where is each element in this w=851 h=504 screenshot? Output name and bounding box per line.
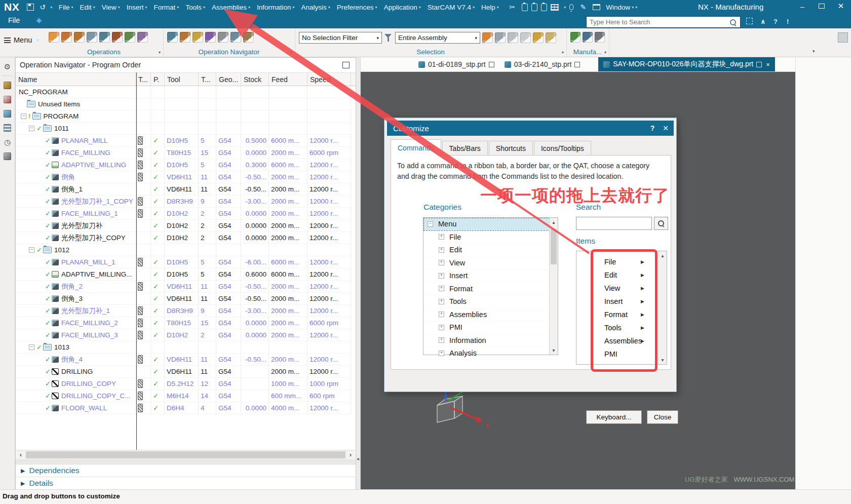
expand-icon[interactable]: +: [439, 234, 444, 240]
restore-button[interactable]: [815, 1, 829, 12]
menu-application[interactable]: Application▾: [380, 4, 424, 11]
chevron-down-icon[interactable]: ▾: [562, 50, 564, 55]
new-window-icon[interactable]: [574, 62, 580, 67]
tab-shortcuts[interactable]: Shortcuts: [489, 141, 533, 156]
table-row[interactable]: ✓倒角_4✓VD6H1111G54-0.50...2000 m...12000 …: [16, 354, 356, 366]
part-tab-1[interactable]: 03-di-2140_stp.prt: [499, 57, 586, 71]
menu-insert[interactable]: Insert▾: [123, 4, 150, 11]
category-pmi[interactable]: +PMI: [423, 321, 558, 334]
paste-icon[interactable]: [531, 4, 537, 11]
shaded-box-icon[interactable]: [520, 32, 531, 43]
dependencies-section[interactable]: ▶ Dependencies: [16, 464, 356, 477]
tab-commands[interactable]: Commands: [391, 139, 441, 156]
column-header-name[interactable]: Name: [16, 73, 136, 86]
category-assemblies[interactable]: +Assemblies: [423, 308, 558, 322]
category-view[interactable]: +View: [423, 257, 558, 270]
touch-mode-icon[interactable]: ✎: [578, 2, 588, 12]
expand-arrow-icon[interactable]: ▶: [21, 480, 25, 487]
window-menu[interactable]: Window▾▾: [606, 4, 637, 11]
keyboard-button[interactable]: Keyboard...: [586, 410, 642, 424]
expand-icon[interactable]: +: [439, 351, 444, 356]
group-label-operations[interactable]: Operations: [45, 48, 163, 56]
view-layout-icon[interactable]: [551, 4, 559, 11]
menu-assemblies[interactable]: Assemblies▾: [208, 4, 253, 11]
verify-toolpath-icon[interactable]: [125, 32, 135, 43]
column-divider[interactable]: [136, 72, 137, 460]
copy-icon[interactable]: [522, 4, 528, 11]
menu-format[interactable]: Format▾: [150, 4, 182, 11]
table-row[interactable]: NC_PROGRAM: [16, 86, 356, 98]
operation-navigator-icon[interactable]: [3, 123, 12, 133]
column-header-tool[interactable]: Tool: [165, 73, 199, 86]
row-name-cell[interactable]: ✓ADAPTIVE_MILLING...: [16, 268, 136, 281]
row-name-cell[interactable]: ✓FLOOR_WALL: [16, 402, 136, 414]
table-row[interactable]: ✓DRILLING✓VD6H1111G542000 m...12000 r...: [16, 366, 356, 378]
dialog-title-bar[interactable]: Customize ? ✕: [387, 121, 674, 136]
table-row[interactable]: ✓光外型加刀补_COPY✓D10H22G540.00002000 m...120…: [16, 232, 356, 244]
table-header[interactable]: NameT...P.ToolT...Geo...StockFeedSpeed: [16, 72, 356, 86]
table-row[interactable]: ✓光外型加刀补_1_COPY✓D8R3H99G54-3.00...2000 m.…: [16, 196, 356, 208]
row-name-cell[interactable]: ✓DRILLING: [16, 366, 136, 378]
table-row[interactable]: ✓FACE_MILLING_3✓D10H22G540.00002000 m...…: [16, 329, 356, 341]
row-name-cell[interactable]: ✓PLANAR_MILL: [16, 135, 136, 147]
selection-filter-combo[interactable]: No Selection Filter▾: [299, 32, 382, 44]
expand-icon[interactable]: +: [439, 337, 444, 343]
docked-palette-icon[interactable]: [838, 32, 848, 43]
table-row[interactable]: ✓倒角✓VD6H1111G54-0.50...2000 m...12000 r.…: [16, 171, 356, 183]
float-panel-icon[interactable]: [342, 62, 350, 68]
selection-scope-combo[interactable]: Entire Assembly▾: [395, 32, 480, 44]
microphone-icon[interactable]: [569, 4, 573, 10]
table-row[interactable]: ✓ADAPTIVE_MILLING✓D10H55G540.30006000 m.…: [16, 159, 356, 171]
table-row[interactable]: −✓1012: [16, 244, 356, 256]
scroll-left-icon[interactable]: ‹: [16, 451, 25, 458]
table-row[interactable]: Unused Items: [16, 98, 356, 110]
collapse-icon[interactable]: −: [428, 221, 433, 227]
export-toolpath-icon[interactable]: [243, 32, 254, 43]
menu-analysis[interactable]: Analysis▾: [298, 4, 333, 11]
table-row[interactable]: −!PROGRAM: [16, 110, 356, 123]
group-label-operation-navigator[interactable]: Operation Navigator: [163, 48, 295, 56]
command-search[interactable]: [586, 16, 741, 28]
row-name-cell[interactable]: ✓FACE_MILLING: [16, 147, 136, 159]
menu-information[interactable]: Information▾: [253, 4, 298, 11]
create-tool-icon[interactable]: [61, 32, 72, 43]
table-row[interactable]: ✓光外型加刀补✓D10H22G540.00002000 m...12000 r.…: [16, 220, 356, 232]
expand-icon[interactable]: +: [439, 286, 444, 291]
row-name-cell[interactable]: ✓DRILLING_COPY_C...: [16, 390, 136, 402]
row-name-cell[interactable]: ✓光外型加刀补_1: [16, 305, 136, 317]
alert-icon[interactable]: !: [787, 18, 789, 25]
row-name-cell[interactable]: ✓光外型加刀补: [16, 220, 136, 232]
menu-button[interactable]: Menu▾: [4, 36, 38, 44]
dialog-search-button[interactable]: [654, 217, 668, 230]
crossed-eye-icon[interactable]: [595, 32, 605, 43]
new-window-icon[interactable]: [756, 62, 762, 67]
row-name-cell[interactable]: −!PROGRAM: [16, 110, 136, 123]
table-row[interactable]: ✓FLOOR_WALL✓D6H44G540.00004000 m...12000…: [16, 402, 356, 414]
table-row[interactable]: −✓1013: [16, 341, 356, 354]
chevron-down-icon[interactable]: ▾: [290, 50, 292, 55]
column-header-stock[interactable]: Stock: [241, 73, 269, 86]
search-input[interactable]: [587, 18, 730, 26]
panel-resize-splitter[interactable]: ◂: [356, 57, 361, 489]
row-name-cell[interactable]: ✓倒角_2: [16, 281, 136, 293]
geometry-view-icon[interactable]: [192, 32, 203, 43]
scroll-up-icon[interactable]: ▴: [550, 219, 558, 225]
column-header-t[interactable]: T...: [136, 73, 151, 86]
table-row[interactable]: ✓FACE_MILLING_2✓T80H1515G540.00002000 m.…: [16, 317, 356, 329]
menu-preferences[interactable]: Preferences▾: [333, 4, 380, 11]
dialog-close-icon[interactable]: ✕: [663, 124, 669, 132]
row-name-cell[interactable]: ✓倒角_1: [16, 183, 136, 196]
expand-icon[interactable]: +: [439, 273, 444, 279]
category-information[interactable]: +Information: [423, 334, 558, 347]
column-header-t[interactable]: T...: [199, 73, 216, 86]
category-file[interactable]: +File: [423, 231, 558, 244]
category-edit[interactable]: +Edit: [423, 244, 558, 257]
group-label-selection[interactable]: Selection: [295, 48, 566, 56]
expand-icon[interactable]: +: [439, 260, 444, 265]
table-row[interactable]: ✓PLANAR_MILL✓D10H55G540.50006000 m...120…: [16, 135, 356, 147]
table-row[interactable]: ✓DRILLING_COPY_C...✓M6H1414G54600 mm...6…: [16, 390, 356, 402]
expand-arrow-icon[interactable]: ▶: [21, 468, 25, 474]
expand-icon[interactable]: +: [439, 247, 444, 253]
program-order-view-icon[interactable]: [167, 32, 178, 43]
search-icon[interactable]: [730, 19, 736, 25]
